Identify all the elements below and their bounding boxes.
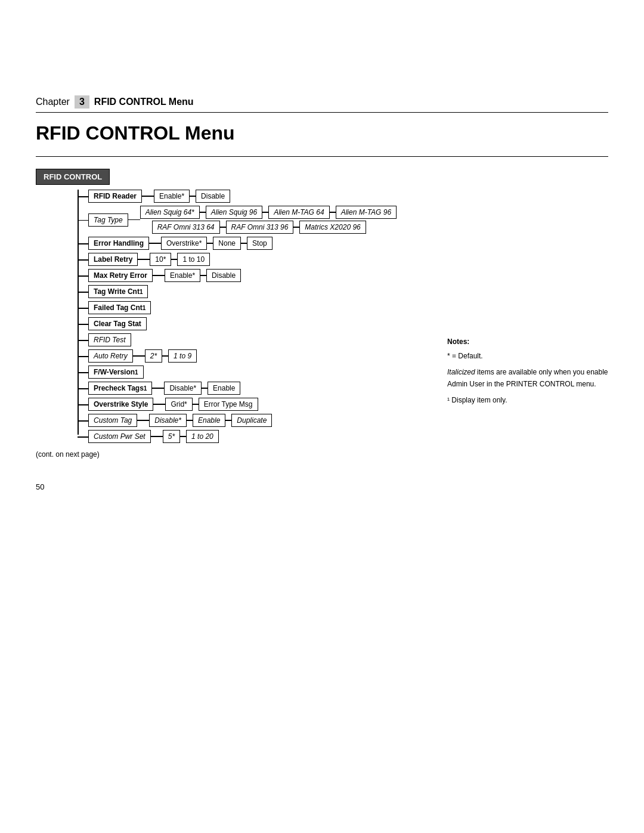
connector	[151, 436, 163, 437]
fw-version-label: F/W-Version1	[88, 366, 144, 379]
page-title: RFID CONTROL Menu	[36, 122, 608, 144]
connector	[128, 219, 140, 221]
auto-retry-label: Auto Retry	[88, 349, 133, 363]
rfid-control-root: RFID CONTROL	[36, 169, 110, 185]
page-number: 50	[36, 482, 608, 491]
precheck-tags-opt1: Disable*	[164, 382, 202, 395]
tag-type-row: Tag Type Alien Squig 64* Alien Squig 96 …	[36, 206, 435, 234]
max-retry-error-opt1: Enable*	[165, 269, 200, 282]
menu-tree: RFID Reader Enable* Disable Tag Type Ali…	[36, 190, 435, 443]
tag-write-cnt-row: Tag Write Cnt1	[36, 285, 435, 298]
precheck-tags-item: Precheck Tags1 Disable* Enable	[88, 382, 240, 395]
root-row: RFID CONTROL	[36, 169, 435, 185]
tag-type-opt4: Alien M-TAG 96	[336, 206, 397, 219]
clear-tag-stat-row: Clear Tag Stat	[36, 317, 435, 330]
tag-write-cnt-item: Tag Write Cnt1	[88, 285, 148, 298]
tag-type-opt7: Matrics X2020 96	[299, 221, 366, 234]
connector	[138, 259, 150, 260]
auto-retry-opt1: 2*	[145, 349, 162, 363]
auto-retry-opt2: 1 to 9	[168, 349, 197, 363]
max-retry-error-label: Max Retry Error	[88, 269, 153, 282]
overstrike-style-label: Overstrike Style	[88, 398, 153, 411]
connector	[152, 388, 164, 389]
connector	[162, 355, 168, 357]
connector	[190, 196, 196, 197]
connector	[142, 196, 154, 197]
custom-pwr-set-label: Custom Pwr Set	[88, 430, 151, 443]
rfid-reader-label: RFID Reader	[88, 190, 142, 203]
fw-version-row: F/W-Version1	[36, 366, 435, 379]
connector	[262, 212, 268, 213]
notes-line-1: * = Default.	[447, 350, 608, 362]
chapter-title: RFID CONTROL Menu	[94, 97, 194, 107]
custom-tag-row: Custom Tag Disable* Enable Duplicate	[36, 414, 435, 427]
overstrike-style-row: Overstrike Style Grid* Error Type Msg	[36, 398, 435, 411]
label-retry-item: Label Retry 10* 1 to 10	[88, 253, 210, 266]
tag-type-opt5: RAF Omni 313 64	[152, 221, 220, 234]
failed-tag-cnt-label: Failed Tag Cnt1	[88, 301, 151, 314]
connector	[133, 355, 145, 357]
auto-retry-item: Auto Retry 2* 1 to 9	[88, 349, 197, 363]
connector	[200, 212, 206, 213]
error-handling-opt2: None	[213, 237, 241, 250]
rfid-test-row: RFID Test	[36, 333, 435, 346]
failed-tag-cnt-row: Failed Tag Cnt1	[36, 301, 435, 314]
tag-type-item: Tag Type Alien Squig 64* Alien Squig 96 …	[88, 206, 397, 234]
connector	[225, 420, 231, 421]
error-handling-label: Error Handling	[88, 237, 149, 250]
error-handling-opt1: Overstrike*	[161, 237, 207, 250]
connector	[220, 227, 226, 228]
error-handling-opt3: Stop	[247, 237, 273, 250]
connector	[202, 388, 208, 389]
precheck-tags-label: Precheck Tags1	[88, 382, 152, 395]
rfid-reader-opt2: Disable	[196, 190, 230, 203]
custom-pwr-set-item: Custom Pwr Set 5* 1 to 20	[88, 430, 219, 443]
tag-type-opt3: Alien M-TAG 64	[268, 206, 329, 219]
custom-tag-opt3: Duplicate	[231, 414, 272, 427]
connector	[137, 420, 149, 421]
error-handling-row: Error Handling Overstrike* None Stop	[36, 237, 435, 250]
page-title-divider	[36, 156, 608, 157]
diagram-column: RFID CONTROL RFID Reader Enable* Disable…	[36, 169, 435, 459]
custom-tag-item: Custom Tag Disable* Enable Duplicate	[88, 414, 272, 427]
overstrike-style-opt2: Error Type Msg	[199, 398, 258, 411]
connector	[187, 420, 193, 421]
label-retry-opt1: 10*	[150, 253, 171, 266]
label-retry-label: Label Retry	[88, 253, 138, 266]
chapter-number: 3	[75, 95, 89, 109]
max-retry-error-row: Max Retry Error Enable* Disable	[36, 269, 435, 282]
chapter-label: Chapter	[36, 97, 70, 107]
connector	[149, 243, 161, 244]
rfid-reader-item: RFID Reader Enable* Disable	[88, 190, 230, 203]
cont-note: (cont. on next page)	[36, 450, 435, 459]
notes-column: Notes: * = Default. Italicized items are…	[447, 336, 608, 406]
overstrike-style-item: Overstrike Style Grid* Error Type Msg	[88, 398, 258, 411]
auto-retry-row: Auto Retry 2* 1 to 9	[36, 349, 435, 363]
connector	[153, 404, 165, 405]
rfid-test-label: RFID Test	[88, 333, 131, 346]
error-handling-item: Error Handling Overstrike* None Stop	[88, 237, 273, 250]
failed-tag-cnt-item: Failed Tag Cnt1	[88, 301, 151, 314]
connector	[180, 436, 186, 437]
custom-tag-opt2: Enable	[193, 414, 225, 427]
precheck-tags-opt2: Enable	[208, 382, 240, 395]
custom-pwr-set-row: Custom Pwr Set 5* 1 to 20	[36, 430, 435, 443]
tag-type-options: Alien Squig 64* Alien Squig 96 Alien M-T…	[140, 206, 397, 234]
chapter-divider	[36, 112, 608, 113]
custom-pwr-set-opt2: 1 to 20	[186, 430, 219, 443]
rfid-reader-opt1: Enable*	[154, 190, 190, 203]
connector	[193, 404, 199, 405]
rfid-reader-row: RFID Reader Enable* Disable	[36, 190, 435, 203]
notes-line-2: Italicized items are available only when…	[447, 366, 608, 391]
max-retry-error-item: Max Retry Error Enable* Disable	[88, 269, 241, 282]
fw-version-item: F/W-Version1	[88, 366, 144, 379]
label-retry-row: Label Retry 10* 1 to 10	[36, 253, 435, 266]
connector	[241, 243, 247, 244]
connector	[293, 227, 299, 228]
tag-type-opt2: Alien Squig 96	[206, 206, 262, 219]
custom-pwr-set-opt1: 5*	[163, 430, 180, 443]
tag-write-cnt-label: Tag Write Cnt1	[88, 285, 148, 298]
custom-tag-label: Custom Tag	[88, 414, 137, 427]
overstrike-style-opt1: Grid*	[165, 398, 192, 411]
max-retry-error-opt2: Disable	[206, 269, 241, 282]
